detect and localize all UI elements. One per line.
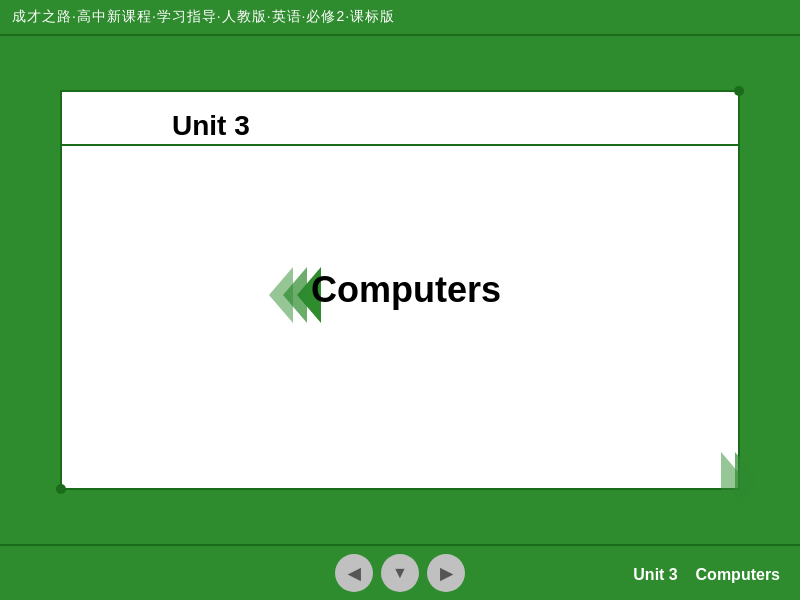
corner-dot-left [56, 484, 66, 494]
footer-bar: ◀ ▼ ▶ Unit 3 Computers [0, 544, 800, 600]
top-divider [62, 144, 738, 146]
nav-prev-button[interactable]: ◀ [335, 554, 373, 592]
footer-topic-label: Computers [696, 566, 780, 583]
chevron-left-2 [283, 267, 307, 323]
main-title: Computers [311, 269, 501, 311]
left-chevrons-decoration [269, 267, 311, 323]
content-card: Unit 3 Computers [60, 90, 740, 490]
footer-label: Unit 3 Computers [633, 566, 780, 584]
navigation-controls: ◀ ▼ ▶ [335, 554, 465, 592]
nav-down-button[interactable]: ▼ [381, 554, 419, 592]
footer-unit-label: Unit 3 [633, 566, 677, 583]
header-title: 成才之路·高中新课程·学习指导·人教版·英语·必修2·课标版 [12, 8, 395, 26]
header-bar: 成才之路·高中新课程·学习指导·人教版·英语·必修2·课标版 [0, 0, 800, 36]
chevron-right-2 [735, 452, 759, 508]
corner-dot-right [734, 86, 744, 96]
right-chevrons-decoration [731, 452, 773, 508]
nav-next-button[interactable]: ▶ [427, 554, 465, 592]
unit-label: Unit 3 [172, 110, 250, 142]
main-content: Unit 3 Computers [0, 36, 800, 544]
